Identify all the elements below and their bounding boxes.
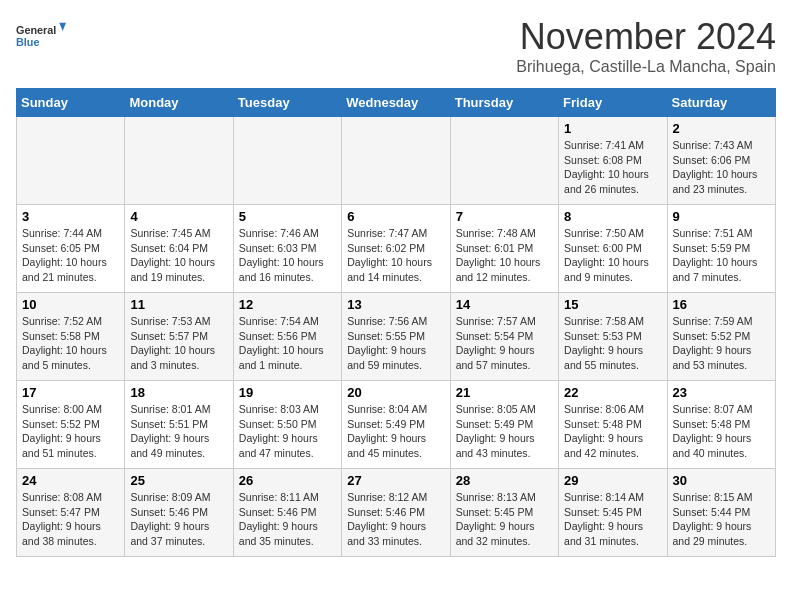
day-cell: 16Sunrise: 7:59 AM Sunset: 5:52 PM Dayli… [667, 293, 775, 381]
day-cell: 10Sunrise: 7:52 AM Sunset: 5:58 PM Dayli… [17, 293, 125, 381]
day-cell: 14Sunrise: 7:57 AM Sunset: 5:54 PM Dayli… [450, 293, 558, 381]
day-number: 13 [347, 297, 444, 312]
day-cell: 23Sunrise: 8:07 AM Sunset: 5:48 PM Dayli… [667, 381, 775, 469]
day-cell: 26Sunrise: 8:11 AM Sunset: 5:46 PM Dayli… [233, 469, 341, 557]
title-block: November 2024 Brihuega, Castille-La Manc… [516, 16, 776, 76]
day-number: 10 [22, 297, 119, 312]
day-number: 26 [239, 473, 336, 488]
day-cell [233, 117, 341, 205]
week-row-1: 1Sunrise: 7:41 AM Sunset: 6:08 PM Daylig… [17, 117, 776, 205]
weekday-header-wednesday: Wednesday [342, 89, 450, 117]
day-cell: 25Sunrise: 8:09 AM Sunset: 5:46 PM Dayli… [125, 469, 233, 557]
day-info: Sunrise: 7:47 AM Sunset: 6:02 PM Dayligh… [347, 226, 444, 285]
day-cell [342, 117, 450, 205]
day-info: Sunrise: 7:41 AM Sunset: 6:08 PM Dayligh… [564, 138, 661, 197]
day-number: 4 [130, 209, 227, 224]
day-number: 18 [130, 385, 227, 400]
calendar-table: SundayMondayTuesdayWednesdayThursdayFrid… [16, 88, 776, 557]
svg-text:General: General [16, 24, 56, 36]
day-info: Sunrise: 8:06 AM Sunset: 5:48 PM Dayligh… [564, 402, 661, 461]
day-cell: 30Sunrise: 8:15 AM Sunset: 5:44 PM Dayli… [667, 469, 775, 557]
day-cell: 5Sunrise: 7:46 AM Sunset: 6:03 PM Daylig… [233, 205, 341, 293]
day-number: 25 [130, 473, 227, 488]
day-info: Sunrise: 7:58 AM Sunset: 5:53 PM Dayligh… [564, 314, 661, 373]
day-number: 14 [456, 297, 553, 312]
week-row-4: 17Sunrise: 8:00 AM Sunset: 5:52 PM Dayli… [17, 381, 776, 469]
day-cell: 29Sunrise: 8:14 AM Sunset: 5:45 PM Dayli… [559, 469, 667, 557]
day-info: Sunrise: 7:54 AM Sunset: 5:56 PM Dayligh… [239, 314, 336, 373]
day-number: 20 [347, 385, 444, 400]
day-number: 23 [673, 385, 770, 400]
day-number: 1 [564, 121, 661, 136]
day-cell: 8Sunrise: 7:50 AM Sunset: 6:00 PM Daylig… [559, 205, 667, 293]
weekday-header-tuesday: Tuesday [233, 89, 341, 117]
day-info: Sunrise: 7:53 AM Sunset: 5:57 PM Dayligh… [130, 314, 227, 373]
day-number: 12 [239, 297, 336, 312]
day-info: Sunrise: 8:00 AM Sunset: 5:52 PM Dayligh… [22, 402, 119, 461]
logo-svg: General Blue [16, 16, 66, 56]
day-number: 17 [22, 385, 119, 400]
day-info: Sunrise: 8:15 AM Sunset: 5:44 PM Dayligh… [673, 490, 770, 549]
day-cell: 22Sunrise: 8:06 AM Sunset: 5:48 PM Dayli… [559, 381, 667, 469]
day-cell: 18Sunrise: 8:01 AM Sunset: 5:51 PM Dayli… [125, 381, 233, 469]
day-cell: 19Sunrise: 8:03 AM Sunset: 5:50 PM Dayli… [233, 381, 341, 469]
day-cell: 2Sunrise: 7:43 AM Sunset: 6:06 PM Daylig… [667, 117, 775, 205]
day-cell: 20Sunrise: 8:04 AM Sunset: 5:49 PM Dayli… [342, 381, 450, 469]
weekday-header-monday: Monday [125, 89, 233, 117]
day-cell: 15Sunrise: 7:58 AM Sunset: 5:53 PM Dayli… [559, 293, 667, 381]
day-info: Sunrise: 7:57 AM Sunset: 5:54 PM Dayligh… [456, 314, 553, 373]
day-info: Sunrise: 8:01 AM Sunset: 5:51 PM Dayligh… [130, 402, 227, 461]
day-number: 11 [130, 297, 227, 312]
day-info: Sunrise: 7:59 AM Sunset: 5:52 PM Dayligh… [673, 314, 770, 373]
day-info: Sunrise: 8:12 AM Sunset: 5:46 PM Dayligh… [347, 490, 444, 549]
day-number: 5 [239, 209, 336, 224]
day-number: 27 [347, 473, 444, 488]
day-info: Sunrise: 7:45 AM Sunset: 6:04 PM Dayligh… [130, 226, 227, 285]
svg-text:Blue: Blue [16, 36, 39, 48]
week-row-5: 24Sunrise: 8:08 AM Sunset: 5:47 PM Dayli… [17, 469, 776, 557]
weekday-header-friday: Friday [559, 89, 667, 117]
day-number: 15 [564, 297, 661, 312]
day-cell: 27Sunrise: 8:12 AM Sunset: 5:46 PM Dayli… [342, 469, 450, 557]
day-cell: 7Sunrise: 7:48 AM Sunset: 6:01 PM Daylig… [450, 205, 558, 293]
weekday-header-sunday: Sunday [17, 89, 125, 117]
day-info: Sunrise: 7:56 AM Sunset: 5:55 PM Dayligh… [347, 314, 444, 373]
day-cell: 21Sunrise: 8:05 AM Sunset: 5:49 PM Dayli… [450, 381, 558, 469]
weekday-header-thursday: Thursday [450, 89, 558, 117]
day-number: 6 [347, 209, 444, 224]
weekday-header-saturday: Saturday [667, 89, 775, 117]
logo: General Blue [16, 16, 66, 56]
day-number: 24 [22, 473, 119, 488]
day-cell: 1Sunrise: 7:41 AM Sunset: 6:08 PM Daylig… [559, 117, 667, 205]
svg-marker-2 [59, 23, 66, 31]
day-number: 9 [673, 209, 770, 224]
day-number: 3 [22, 209, 119, 224]
day-cell: 4Sunrise: 7:45 AM Sunset: 6:04 PM Daylig… [125, 205, 233, 293]
weekday-header-row: SundayMondayTuesdayWednesdayThursdayFrid… [17, 89, 776, 117]
day-number: 29 [564, 473, 661, 488]
day-cell [17, 117, 125, 205]
day-cell [450, 117, 558, 205]
day-info: Sunrise: 7:51 AM Sunset: 5:59 PM Dayligh… [673, 226, 770, 285]
day-info: Sunrise: 8:14 AM Sunset: 5:45 PM Dayligh… [564, 490, 661, 549]
day-number: 28 [456, 473, 553, 488]
day-info: Sunrise: 7:44 AM Sunset: 6:05 PM Dayligh… [22, 226, 119, 285]
day-cell: 13Sunrise: 7:56 AM Sunset: 5:55 PM Dayli… [342, 293, 450, 381]
day-info: Sunrise: 8:08 AM Sunset: 5:47 PM Dayligh… [22, 490, 119, 549]
day-info: Sunrise: 8:13 AM Sunset: 5:45 PM Dayligh… [456, 490, 553, 549]
day-number: 7 [456, 209, 553, 224]
day-info: Sunrise: 7:52 AM Sunset: 5:58 PM Dayligh… [22, 314, 119, 373]
month-title: November 2024 [516, 16, 776, 58]
day-info: Sunrise: 8:04 AM Sunset: 5:49 PM Dayligh… [347, 402, 444, 461]
day-number: 19 [239, 385, 336, 400]
day-number: 8 [564, 209, 661, 224]
day-cell: 3Sunrise: 7:44 AM Sunset: 6:05 PM Daylig… [17, 205, 125, 293]
day-cell: 28Sunrise: 8:13 AM Sunset: 5:45 PM Dayli… [450, 469, 558, 557]
day-cell: 24Sunrise: 8:08 AM Sunset: 5:47 PM Dayli… [17, 469, 125, 557]
day-info: Sunrise: 7:43 AM Sunset: 6:06 PM Dayligh… [673, 138, 770, 197]
day-cell: 6Sunrise: 7:47 AM Sunset: 6:02 PM Daylig… [342, 205, 450, 293]
day-info: Sunrise: 7:48 AM Sunset: 6:01 PM Dayligh… [456, 226, 553, 285]
day-number: 30 [673, 473, 770, 488]
day-cell: 17Sunrise: 8:00 AM Sunset: 5:52 PM Dayli… [17, 381, 125, 469]
day-cell: 9Sunrise: 7:51 AM Sunset: 5:59 PM Daylig… [667, 205, 775, 293]
